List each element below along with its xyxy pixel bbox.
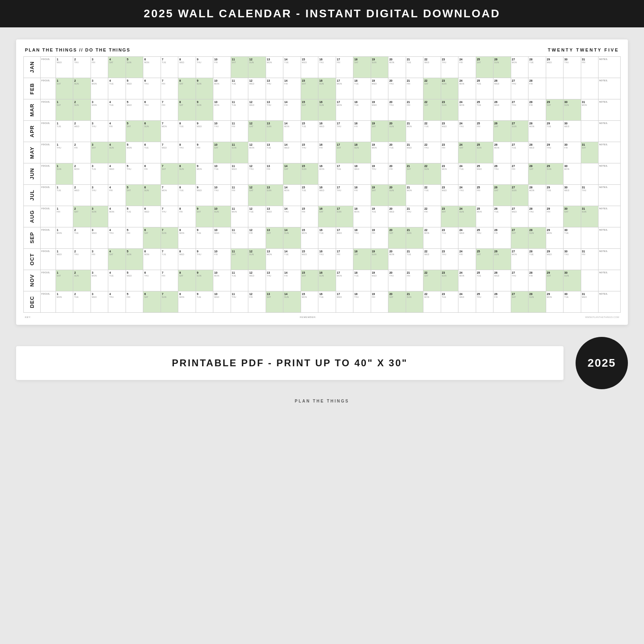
day-name: THU (354, 232, 369, 234)
day-name: SUN (442, 83, 457, 85)
focus-cell-apr: FOCUS. (41, 121, 56, 142)
day-name: MON (372, 147, 387, 149)
day-number: 8 (179, 293, 194, 296)
day-name: MON (74, 168, 89, 170)
day-name: SAT (144, 232, 159, 234)
day-number: 21 (407, 165, 422, 168)
day-cell: 8SAT (178, 78, 196, 99)
month-label-may: MAY (24, 142, 41, 163)
day-number: 22 (424, 58, 440, 61)
day-cell: 30TUE (564, 291, 581, 312)
day-number: 4 (109, 165, 124, 168)
day-number: 24 (459, 58, 475, 61)
day-number: 13 (267, 271, 282, 275)
day-cell: 12SAT (248, 185, 266, 206)
day-name: WED (197, 125, 212, 128)
day-cell: 16SUN (318, 99, 336, 120)
days-area-sep: 1MON2TUE3WED4THU5FRI6SAT7SUN8MON9TUE10WE… (56, 227, 598, 248)
day-number: 4 (109, 293, 124, 296)
day-number: 15 (302, 58, 317, 61)
day-name: THU (512, 275, 527, 277)
month-label-text-mar: MAR (29, 103, 35, 117)
day-number: 1 (57, 79, 72, 83)
day-number: 15 (302, 101, 317, 104)
day-number: 19 (372, 250, 387, 253)
day-number: 4 (109, 186, 124, 189)
day-name: SAT (232, 61, 247, 64)
day-number: 8 (179, 186, 194, 189)
day-name: WED (267, 211, 282, 213)
day-number: 2 (74, 101, 89, 104)
day-cell: 24THU (458, 185, 476, 206)
day-name: THU (214, 189, 229, 192)
day-name: WED (284, 147, 299, 149)
day-cell (564, 78, 581, 99)
day-cell: 19WED (371, 78, 388, 99)
day-cell: 5SUN (126, 57, 143, 78)
day-name: MON (319, 168, 334, 170)
day-cell: 31SAT (581, 142, 598, 163)
day-name: WED (529, 147, 545, 149)
day-number: 5 (127, 229, 142, 232)
day-number: 21 (407, 271, 422, 275)
day-number: 16 (319, 165, 334, 168)
day-name: SAT (92, 147, 107, 149)
day-number: 12 (249, 250, 264, 253)
day-cell: 21SUN (406, 291, 423, 312)
day-cell: 13THU (266, 99, 283, 120)
day-name: SAT (109, 61, 124, 64)
day-number: 1 (57, 250, 72, 253)
day-cell (581, 163, 598, 184)
day-cell: 15MON (301, 291, 318, 312)
day-cell: 15TUE (301, 121, 318, 142)
month-label-jan: JAN (24, 57, 41, 78)
day-cell: 21THU (406, 206, 423, 227)
day-cell (581, 121, 598, 142)
day-cell: 16TUE (318, 291, 336, 312)
day-name: SAT (407, 168, 422, 170)
day-number: 7 (162, 186, 177, 189)
day-number: 18 (354, 207, 369, 211)
day-name: MON (249, 147, 264, 149)
day-cell: 25FRI (476, 121, 493, 142)
day-name: SUN (162, 232, 177, 234)
day-name: MON (512, 253, 527, 256)
day-name: SAT (547, 275, 562, 277)
day-cell: 20THU (388, 99, 406, 120)
day-number: 6 (144, 165, 159, 168)
day-name: SUN (319, 83, 334, 85)
day-number: 30 (564, 293, 580, 296)
day-cell: 9THU (196, 57, 213, 78)
day-name: MON (564, 168, 580, 170)
day-name: SAT (109, 253, 124, 256)
day-number: 7 (162, 271, 177, 275)
day-name: FRI (459, 61, 475, 64)
day-number: 9 (197, 101, 212, 104)
day-name: WED (319, 125, 334, 128)
day-cell: 10THU (213, 121, 231, 142)
month-label-text-oct: OCT (29, 253, 35, 265)
day-cell: 4FRI (108, 121, 126, 142)
day-name: FRI (214, 61, 229, 64)
day-name: SUN (57, 168, 72, 170)
day-number: 19 (372, 207, 387, 211)
month-row-feb: FEBFOCUS.1SAT2SUN3MON4TUE5WED6THU7FRI8SA… (24, 78, 620, 99)
day-cell: 11FRI (231, 121, 248, 142)
day-number: 18 (354, 79, 369, 83)
day-name: WED (337, 232, 352, 234)
month-label-dec: DEC (24, 291, 41, 312)
day-cell: 23SAT (441, 206, 458, 227)
day-name: FRI (92, 61, 107, 64)
day-cell: 3WED (91, 291, 108, 312)
day-cell: 24FRI (458, 249, 476, 270)
day-cell: 29SAT (546, 270, 564, 291)
day-cell: 5MON (126, 142, 143, 163)
day-name: SUN (354, 147, 369, 149)
day-name: SUN (424, 168, 440, 170)
day-cell: 23TUE (441, 291, 458, 312)
day-name: THU (74, 61, 89, 64)
day-name: MON (337, 275, 352, 277)
day-cell: 11TUE (231, 99, 248, 120)
day-name: WED (74, 189, 89, 192)
day-number: 11 (232, 207, 247, 211)
